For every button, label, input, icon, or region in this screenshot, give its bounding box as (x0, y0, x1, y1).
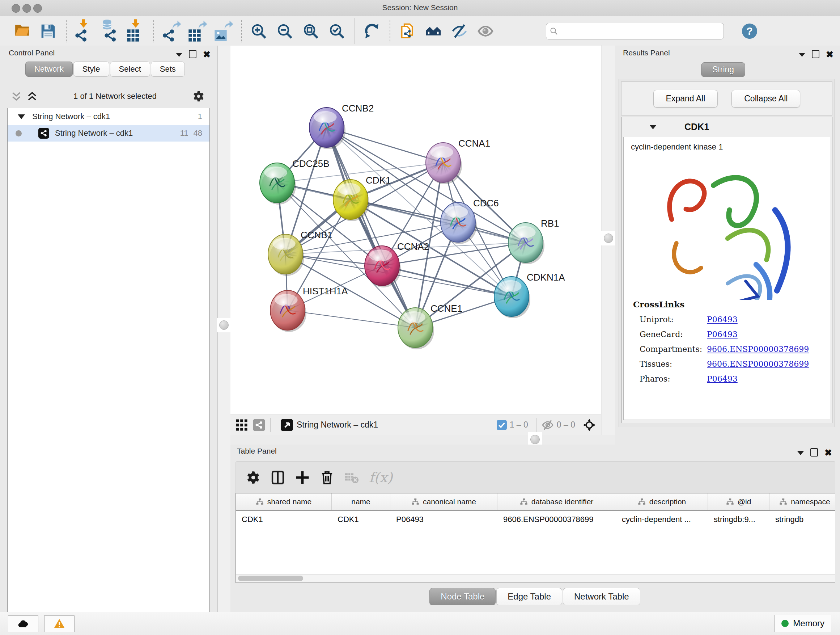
table-options-gear-icon[interactable] (246, 470, 261, 485)
hidden-items-icon (542, 419, 554, 431)
column-header-description[interactable]: description (616, 494, 708, 510)
table-row[interactable]: CDK1CDK1P064939606.ENSP00000378699cyclin… (236, 511, 835, 528)
node-cdc25b[interactable]: CDC25B (260, 158, 330, 204)
crosslink-link[interactable]: 9606.ENSP00000378699 (707, 359, 809, 369)
expand-all-button[interactable]: Expand All (653, 90, 718, 108)
birds-eye-view-icon[interactable] (281, 419, 293, 431)
right-splitter-handle[interactable] (601, 231, 616, 245)
network-options-gear-icon[interactable] (193, 90, 205, 103)
column-header-@id[interactable]: @id (708, 494, 769, 510)
crosslink-link[interactable]: P06493 (707, 330, 737, 339)
tab-sets[interactable]: Sets (151, 62, 185, 77)
table-cell[interactable]: CDK1 (332, 515, 390, 524)
close-panel-icon[interactable]: ✖ (203, 51, 210, 58)
node-hist1h1a[interactable]: HIST1H1A (270, 286, 348, 332)
selected-nodes-checkbox-icon[interactable] (497, 420, 507, 430)
column-header-namespace[interactable]: namespace (769, 494, 835, 510)
gene-entry-box: CDK1 cyclin-dependent kinase 1 (621, 117, 832, 423)
new-network-from-selection-icon[interactable] (396, 19, 419, 43)
save-session-icon[interactable] (37, 19, 60, 43)
table-cell[interactable]: stringdb:9... (708, 515, 769, 524)
expand-all-networks-icon[interactable] (27, 91, 38, 102)
export-network-icon[interactable] (160, 19, 183, 43)
network-overview-icon[interactable] (253, 419, 265, 431)
column-header-database-identifier[interactable]: database identifier (497, 494, 616, 510)
node-ccna1[interactable]: CCNA1 (426, 138, 490, 184)
table-cell[interactable]: 9606.ENSP00000378699 (497, 515, 616, 524)
crosslink-link[interactable]: P06493 (707, 315, 737, 324)
close-results-panel-icon[interactable]: ✖ (826, 51, 834, 58)
import-network-database-icon[interactable] (99, 19, 121, 43)
crosslink-link[interactable]: P06493 (707, 374, 737, 383)
help-icon[interactable]: ? (741, 23, 758, 40)
network-canvas[interactable]: CCNB2 CCNA1 CDC25B (231, 46, 601, 415)
tab-select[interactable]: Select (110, 62, 150, 77)
column-header-name[interactable]: name (332, 494, 390, 510)
float-table-panel-icon[interactable] (810, 448, 818, 456)
gene-expander-icon[interactable] (650, 125, 656, 129)
import-network-file-icon[interactable] (73, 19, 95, 43)
delete-column-icon[interactable] (320, 470, 334, 485)
collapse-all-networks-icon[interactable] (11, 91, 22, 102)
right-splitter[interactable] (602, 46, 615, 445)
table-cell[interactable]: stringdb (769, 515, 835, 524)
table-horizontal-scrollbar[interactable] (236, 574, 835, 583)
node-ccne1[interactable]: CCNE1 (398, 303, 462, 349)
tab-network-table[interactable]: Network Table (563, 588, 640, 605)
import-table-icon[interactable] (125, 19, 147, 43)
float-panel-icon[interactable] (189, 50, 196, 58)
show-all-icon[interactable] (475, 19, 497, 43)
protein-structure-image (656, 163, 801, 300)
table-cell[interactable]: cyclin-dependent ... (616, 515, 708, 524)
network-row[interactable]: String Network – cdk1 11 48 (8, 125, 210, 141)
zoom-in-icon[interactable] (248, 19, 270, 43)
export-image-icon[interactable] (212, 19, 235, 43)
warning-icon[interactable] (44, 616, 74, 632)
left-splitter-handle[interactable] (217, 318, 231, 333)
zoom-out-icon[interactable] (274, 19, 296, 43)
search-input[interactable] (546, 23, 724, 40)
collapse-results-panel-icon[interactable] (799, 53, 805, 57)
column-header-canonical-name[interactable]: canonical name (390, 494, 497, 510)
tab-network[interactable]: Network (25, 62, 73, 77)
hidden-items-count: 0 – 0 (557, 420, 575, 430)
toolbar-separator (66, 20, 66, 42)
collapse-panel-icon[interactable] (176, 53, 182, 57)
node-label-cdkn1a: CDKN1A (527, 272, 565, 283)
tab-edge-table[interactable]: Edge Table (496, 588, 562, 605)
node-ccnb2[interactable]: CCNB2 (309, 103, 374, 149)
tab-string[interactable]: String (701, 62, 745, 77)
table-cell[interactable]: CDK1 (236, 515, 332, 524)
hide-selection-icon[interactable] (448, 19, 471, 43)
node-rb1[interactable]: RB1 (508, 218, 559, 264)
close-table-panel-icon[interactable]: ✖ (824, 449, 832, 456)
collapse-table-panel-icon[interactable] (797, 451, 804, 455)
network-collection-row[interactable]: String Network – cdk1 1 (8, 108, 210, 125)
show-columns-icon[interactable] (271, 470, 285, 485)
crosslink-link[interactable]: 9606.ENSP00000378699 (707, 345, 809, 354)
open-file-icon[interactable] (11, 19, 34, 43)
refresh-layout-icon[interactable] (361, 19, 384, 43)
collection-expander-icon[interactable] (18, 114, 25, 119)
table-tabs: Node TableEdge TableNetwork Table (231, 588, 840, 605)
column-header-shared-name[interactable]: shared name (236, 494, 332, 510)
node-ccna2[interactable]: CCNA2 (365, 241, 429, 287)
cloud-icon[interactable] (8, 616, 38, 632)
tab-node-table[interactable]: Node Table (429, 588, 496, 605)
node-cdkn1a[interactable]: CDKN1A (494, 272, 565, 318)
table-cell[interactable]: P06493 (390, 515, 497, 524)
float-results-panel-icon[interactable] (812, 50, 819, 58)
tab-style[interactable]: Style (73, 62, 109, 77)
zoom-fit-icon[interactable] (300, 19, 322, 43)
first-neighbors-icon[interactable] (423, 19, 445, 43)
memory-button[interactable]: Memory (775, 615, 831, 632)
collapse-all-button[interactable]: Collapse All (731, 90, 800, 108)
left-splitter[interactable] (218, 46, 231, 612)
zoom-selected-icon[interactable] (326, 19, 348, 43)
scrollbar-thumb[interactable] (238, 576, 303, 581)
fit-selected-icon[interactable] (583, 419, 595, 431)
show-grid-icon[interactable] (235, 419, 248, 431)
export-table-icon[interactable] (186, 19, 209, 43)
add-column-icon[interactable] (295, 470, 309, 485)
node-cdc6[interactable]: CDC6 (441, 198, 499, 244)
